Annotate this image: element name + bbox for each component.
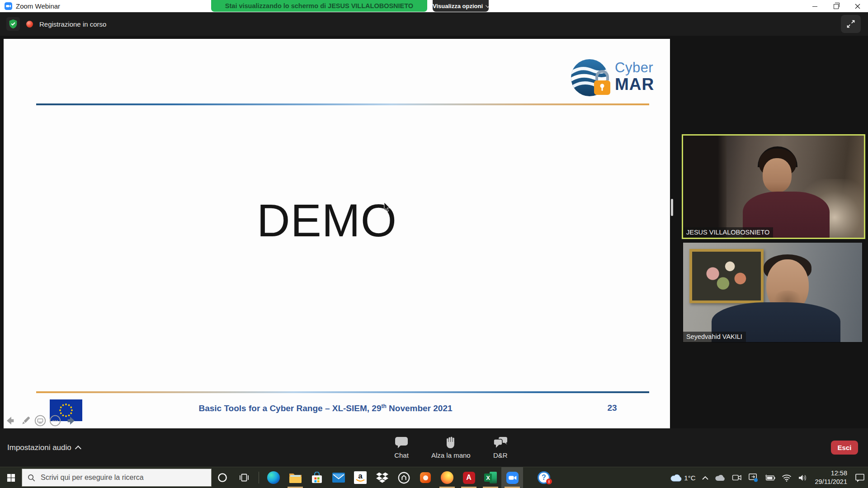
cortana-icon xyxy=(217,472,228,483)
amazon-letter: a xyxy=(358,473,362,479)
meeting-status-bar: Registrazione in corso xyxy=(0,12,868,36)
next-slide-button[interactable] xyxy=(64,416,75,425)
onedrive-tray-icon[interactable] xyxy=(712,467,729,488)
audio-settings-button[interactable]: Impostazioni audio xyxy=(7,428,81,467)
taskbar-app-excel[interactable]: X xyxy=(480,467,501,488)
taskbar-app-mail[interactable] xyxy=(328,467,349,488)
minimize-button[interactable] xyxy=(804,0,826,12)
participant-video[interactable]: JESUS VILLALOBOSNIETO xyxy=(682,134,865,239)
chevron-up-icon xyxy=(702,476,708,480)
zoom-icon xyxy=(506,472,519,484)
acrobat-letter: A xyxy=(466,474,472,482)
office-icon xyxy=(420,472,431,483)
footer-text-sup: th xyxy=(381,403,386,409)
participant-video[interactable]: Seyedvahid VAKILI xyxy=(683,242,863,343)
footer-text-rest: November 2021 xyxy=(387,404,453,413)
slide-title: DEMO xyxy=(257,194,397,247)
taskbar-app-file-explorer[interactable] xyxy=(284,467,306,488)
recording-indicator-icon xyxy=(26,21,33,28)
camera-icon xyxy=(732,474,742,482)
chat-bubble-icon xyxy=(395,436,408,449)
display-sync-tray-icon[interactable] xyxy=(745,467,761,488)
system-tray: 1°C xyxy=(667,467,868,488)
taskbar-app-help[interactable]: ? ! xyxy=(533,467,555,488)
participant-name-label: Seyedvahid VAKILI xyxy=(683,332,746,342)
slide-page-number: 23 xyxy=(599,403,626,413)
screen-share-banner: Stai visualizzando lo schermo di JESUS V… xyxy=(211,0,427,12)
taskbar-app-zoom[interactable] xyxy=(501,467,523,488)
taskbar-app-office[interactable] xyxy=(415,467,436,488)
file-explorer-icon xyxy=(289,472,302,483)
raise-hand-label: Alza la mano xyxy=(431,451,471,459)
chevron-down-icon xyxy=(486,3,490,8)
action-center-button[interactable] xyxy=(852,467,868,488)
taskbar-app-amazon[interactable]: a xyxy=(349,467,371,488)
taskbar-app-edge[interactable] xyxy=(263,467,284,488)
taskbar-app-acrobat[interactable]: A xyxy=(458,467,480,488)
dropbox-icon xyxy=(376,472,388,483)
screen-sync-icon xyxy=(748,473,758,482)
volume-tray-icon[interactable] xyxy=(795,467,811,488)
excel-icon: X xyxy=(484,472,497,483)
zoom-control-bar: Impostazioni audio Chat Alza la xyxy=(0,428,868,467)
battery-tray-icon[interactable] xyxy=(761,467,778,488)
view-options-button[interactable]: Visualizza opzioni xyxy=(433,0,489,12)
taskbar-search-box[interactable] xyxy=(22,469,212,487)
chat-label: Chat xyxy=(394,451,409,459)
question-answer-icon xyxy=(493,436,508,449)
raised-hand-icon xyxy=(444,436,457,449)
close-button[interactable] xyxy=(847,0,868,12)
amazon-icon: a xyxy=(354,471,367,484)
taskbar-app-circle-emblem[interactable] xyxy=(393,467,415,488)
previous-slide-button[interactable] xyxy=(6,416,17,425)
fullscreen-button[interactable] xyxy=(841,15,861,33)
footer-text-main: Basic Tools for a Cyber Range – XL-SIEM,… xyxy=(198,404,381,413)
audio-settings-label: Impostazioni audio xyxy=(7,443,71,452)
taskbar-app-dropbox[interactable] xyxy=(371,467,393,488)
help-icon: ? ! xyxy=(538,471,550,484)
taskbar-app-firefox[interactable] xyxy=(436,467,458,488)
pen-tool-button[interactable] xyxy=(20,415,31,426)
participant-face xyxy=(763,158,792,192)
recording-status-label: Registrazione in corso xyxy=(39,20,106,28)
qa-button[interactable]: D&R xyxy=(486,436,515,459)
show-all-slides-button[interactable] xyxy=(34,415,46,427)
weather-widget[interactable]: 1°C xyxy=(667,467,698,488)
shared-screen-view: Cyber MAR DEMO xyxy=(4,39,670,428)
onedrive-cloud-icon xyxy=(715,474,726,481)
show-hidden-icons-button[interactable] xyxy=(699,467,712,488)
panel-resize-handle[interactable] xyxy=(671,199,673,216)
more-options-button[interactable] xyxy=(49,415,61,427)
battery-icon xyxy=(764,474,775,481)
acrobat-icon: A xyxy=(463,472,475,484)
presentation-annotation-toolbar xyxy=(6,415,75,427)
zoom-app-icon xyxy=(5,2,12,10)
zoom-tray-icon[interactable] xyxy=(729,467,745,488)
start-button[interactable] xyxy=(0,467,22,488)
tray-date: 29/11/2021 xyxy=(815,478,848,486)
view-options-label: Visualizza opzioni xyxy=(433,3,483,9)
raise-hand-button[interactable]: Alza la mano xyxy=(431,436,471,459)
task-view-icon xyxy=(239,472,250,483)
security-shield-button[interactable] xyxy=(6,17,20,31)
chat-button[interactable]: Chat xyxy=(387,436,416,459)
minimize-icon xyxy=(812,6,817,7)
wifi-tray-icon[interactable] xyxy=(778,467,795,488)
shield-check-icon xyxy=(9,19,18,29)
task-view-button[interactable] xyxy=(233,467,255,488)
search-input[interactable] xyxy=(40,473,195,482)
video-background-detail xyxy=(683,136,726,238)
cortana-button[interactable] xyxy=(212,467,233,488)
slide-accent-line-bottom xyxy=(36,391,649,393)
close-icon xyxy=(855,4,860,9)
temperature-label: 1°C xyxy=(684,474,695,482)
taskbar-app-microsoft-store[interactable] xyxy=(306,467,328,488)
leave-meeting-button[interactable]: Esci xyxy=(831,441,858,455)
qa-label: D&R xyxy=(493,451,508,459)
participant-name-label: JESUS VILLALOBOSNIETO xyxy=(683,227,773,238)
restore-button[interactable] xyxy=(826,0,847,12)
windows-taskbar: a A X xyxy=(0,467,868,488)
circular-emblem-app-icon xyxy=(398,472,410,484)
taskbar-clock[interactable]: 12:58 29/11/2021 xyxy=(811,469,852,486)
tray-time: 12:58 xyxy=(831,469,847,478)
